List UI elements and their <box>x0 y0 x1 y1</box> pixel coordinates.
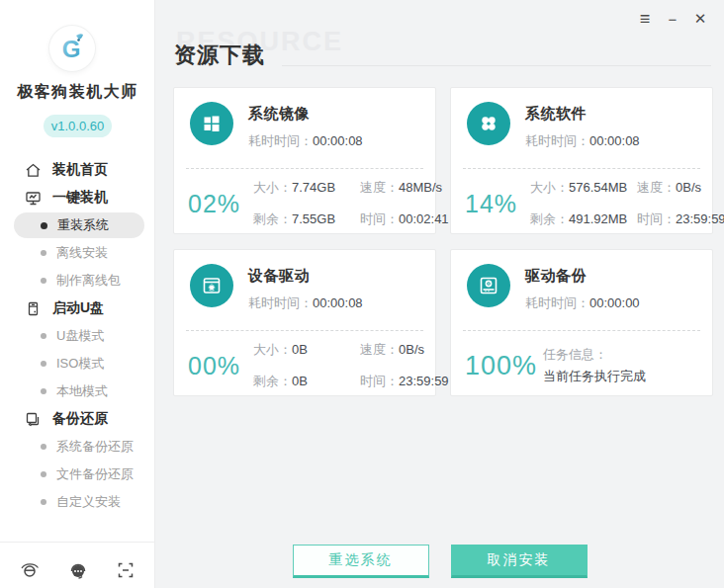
bullet-icon <box>41 499 46 505</box>
sidebar-item-iso-mode[interactable]: ISO模式 <box>0 350 155 378</box>
sidebar-item-label: 本地模式 <box>56 382 108 400</box>
backup-restore-icon <box>25 411 42 428</box>
progress-percent: 14% <box>465 190 522 218</box>
support-headset-icon[interactable] <box>68 560 88 580</box>
sidebar-item-home[interactable]: 装机首页 <box>0 156 155 184</box>
sidebar-item-boot-usb[interactable]: 启动U盘 <box>0 294 155 322</box>
browser-icon[interactable] <box>20 560 40 580</box>
bullet-icon <box>41 250 46 256</box>
elapsed-time: 耗时时间：00:00:08 <box>525 132 640 150</box>
card-title: 系统软件 <box>525 105 640 124</box>
bullet-icon <box>41 278 46 284</box>
main-panel: ≡ − ✕ RESOURCE 资源下载 系统镜像 <box>155 0 724 588</box>
monitor-icon <box>25 190 42 207</box>
sidebar-item-label: 离线安装 <box>56 244 108 262</box>
sidebar-footer <box>0 555 155 585</box>
sidebar-item-make-offline-pack[interactable]: 制作离线包 <box>0 267 155 294</box>
card-title: 设备驱动 <box>248 267 363 286</box>
elapsed-time: 耗时时间：00:00:08 <box>248 132 363 150</box>
sidebar-item-label: 制作离线包 <box>56 272 121 290</box>
stats: 大小：0B 速度：0B/s 剩余：0B 时间：23:59:59 <box>253 341 449 390</box>
apps-icon <box>467 102 510 145</box>
sidebar-item-label: 备份还原 <box>52 410 108 428</box>
bullet-icon <box>41 222 47 229</box>
sidebar-item-onekey-install[interactable]: 一键装机 <box>0 184 155 211</box>
sidebar-item-label: 重装系统 <box>57 216 109 234</box>
close-icon[interactable]: ✕ <box>689 8 711 30</box>
stats: 大小：576.54MB 速度：0B/s 剩余：491.92MB 时间：23:59… <box>530 179 724 228</box>
action-buttons: 重选系统 取消安装 <box>155 545 724 578</box>
page-title: 资源下载 <box>174 41 265 70</box>
sidebar-item-backup-restore[interactable]: 备份还原 <box>0 405 155 433</box>
progress-percent: 02% <box>188 190 245 218</box>
home-icon <box>25 162 42 179</box>
card-device-driver: 设备驱动 耗时时间：00:00:08 00% 大小：0B 速度：0B/s 剩余：… <box>173 249 436 396</box>
task-info-label: 任务信息： <box>543 344 646 366</box>
version-badge: v1.0.0.60 <box>44 115 112 137</box>
sidebar-item-label: ISO模式 <box>56 355 104 373</box>
sidebar-item-label: 自定义安装 <box>56 493 121 511</box>
usb-disk-icon <box>25 300 42 317</box>
sidebar-menu: 装机首页 一键装机 重装系统 离线安装 <box>0 156 155 516</box>
window-controls: ≡ − ✕ <box>634 8 711 30</box>
stat-size: 大小：7.74GB <box>253 179 348 197</box>
download-cards: 系统镜像 耗时时间：00:00:08 02% 大小：7.74GB 速度：48MB… <box>173 87 713 396</box>
task-info-value: 当前任务执行完成 <box>543 366 646 387</box>
minimize-icon[interactable]: − <box>662 8 683 30</box>
sidebar: G 极客狗装机大师 v1.0.0.60 装机首页 <box>0 0 155 588</box>
card-title: 驱动备份 <box>525 267 640 286</box>
stat-remaining: 剩余：491.92MB <box>530 210 625 228</box>
drive-backup-icon <box>467 264 510 307</box>
app-title: 极客狗装机大师 <box>0 82 155 103</box>
sidebar-item-reinstall-system[interactable]: 重装系统 <box>14 212 144 238</box>
cancel-install-button[interactable]: 取消安装 <box>451 545 588 578</box>
elapsed-time: 耗时时间：00:00:00 <box>525 294 640 312</box>
sidebar-item-file-backup-restore[interactable]: 文件备份还原 <box>0 461 155 488</box>
sidebar-item-custom-install[interactable]: 自定义安装 <box>0 488 155 516</box>
scan-qr-icon[interactable] <box>116 560 136 580</box>
sidebar-item-label: 启动U盘 <box>52 299 104 317</box>
stat-remaining: 剩余：7.55GB <box>253 210 348 228</box>
bullet-icon <box>41 333 46 339</box>
sidebar-item-label: 装机首页 <box>52 161 108 179</box>
stat-time: 时间：00:02:41 <box>360 210 449 228</box>
progress-percent: 00% <box>188 352 245 380</box>
sidebar-item-local-mode[interactable]: 本地模式 <box>0 378 155 405</box>
driver-box-icon <box>190 264 233 307</box>
card-title: 系统镜像 <box>248 105 363 124</box>
stat-speed: 速度：0B/s <box>360 341 449 359</box>
header-divider <box>282 65 711 66</box>
reselect-system-button[interactable]: 重选系统 <box>293 545 429 578</box>
sidebar-item-label: 系统备份还原 <box>56 438 134 456</box>
windows-icon <box>190 102 233 145</box>
stats: 大小：7.74GB 速度：48MB/s 剩余：7.55GB 时间：00:02:4… <box>253 179 449 228</box>
sidebar-item-offline-install[interactable]: 离线安装 <box>0 239 155 267</box>
app-logo: G <box>49 26 95 71</box>
progress-percent: 100% <box>465 351 537 381</box>
stat-remaining: 剩余：0B <box>253 373 348 390</box>
sidebar-footer-divider <box>0 542 155 543</box>
stat-speed: 速度：48MB/s <box>360 179 449 197</box>
sidebar-item-usb-mode[interactable]: U盘模式 <box>0 322 155 350</box>
elapsed-time: 耗时时间：00:00:08 <box>248 294 363 312</box>
bullet-icon <box>41 361 46 367</box>
sidebar-item-system-backup-restore[interactable]: 系统备份还原 <box>0 433 155 461</box>
window-menu-icon[interactable]: ≡ <box>634 8 656 30</box>
stat-time: 时间：23:59:59 <box>637 210 724 228</box>
stat-size: 大小：576.54MB <box>530 179 625 197</box>
sidebar-item-label: U盘模式 <box>56 327 104 345</box>
card-system-software: 系统软件 耗时时间：00:00:08 14% 大小：576.54MB 速度：0B… <box>450 87 713 234</box>
stat-size: 大小：0B <box>253 341 348 359</box>
stat-time: 时间：23:59:59 <box>360 373 449 390</box>
bullet-icon <box>41 444 46 450</box>
sidebar-item-label: 文件备份还原 <box>56 465 134 483</box>
card-driver-backup: 驱动备份 耗时时间：00:00:00 100% 任务信息： 当前任务执行完成 <box>450 249 713 396</box>
app-window: G 极客狗装机大师 v1.0.0.60 装机首页 <box>0 0 724 588</box>
bullet-icon <box>41 471 46 477</box>
bullet-icon <box>41 388 46 394</box>
dog-g-logo-icon: G <box>55 32 89 65</box>
card-system-image: 系统镜像 耗时时间：00:00:08 02% 大小：7.74GB 速度：48MB… <box>173 87 436 234</box>
stat-speed: 速度：0B/s <box>637 179 724 197</box>
sidebar-item-label: 一键装机 <box>52 189 108 207</box>
task-info: 任务信息： 当前任务执行完成 <box>543 344 646 387</box>
